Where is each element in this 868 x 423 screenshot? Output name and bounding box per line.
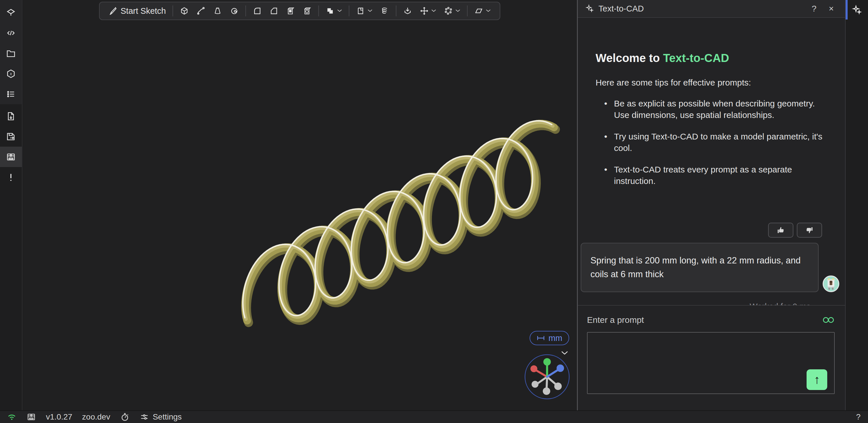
helix-button[interactable] xyxy=(376,3,393,19)
sidebar-item-project-files[interactable] xyxy=(0,43,22,63)
gizmo-neg-y-handle[interactable] xyxy=(543,387,550,395)
thumbs-down-button[interactable] xyxy=(797,223,822,238)
svg-text:x: x xyxy=(10,71,12,76)
right-toolbar-rail xyxy=(846,0,868,411)
plane-button[interactable] xyxy=(352,3,376,19)
text-to-cad-sparkles-icon xyxy=(851,5,862,15)
boolean-icon xyxy=(326,6,335,15)
modeling-viewport[interactable]: Start Sketch xyxy=(22,0,577,411)
gizmo-z-handle[interactable] xyxy=(557,364,564,372)
sidebar-item-text-to-cad[interactable] xyxy=(846,1,868,20)
orientation-gizmo[interactable] xyxy=(524,353,570,400)
sidebar-item-machine[interactable] xyxy=(0,147,22,167)
toolbar-divider xyxy=(349,5,349,17)
left-toolbar-rail: x xyxy=(0,0,22,411)
extrude-button[interactable] xyxy=(176,3,193,19)
boolean-button[interactable] xyxy=(322,3,346,19)
sidebar-item-code[interactable] xyxy=(0,23,22,43)
chevron-down-icon xyxy=(486,8,491,13)
sweep-button[interactable] xyxy=(193,3,209,19)
plane-icon xyxy=(356,6,365,15)
units-button[interactable]: mm xyxy=(530,331,569,345)
loft-icon xyxy=(213,6,222,15)
welcome-heading: Welcome to Text-to-CAD xyxy=(596,52,827,65)
zoo-dev-link[interactable]: zoo.dev xyxy=(82,412,110,422)
units-label: mm xyxy=(549,333,562,343)
wifi-icon xyxy=(7,412,17,422)
folder-icon xyxy=(6,48,16,59)
insert-icon xyxy=(403,6,412,15)
fillet-button[interactable] xyxy=(249,3,266,19)
submit-prompt-button[interactable]: ↑ xyxy=(807,369,827,390)
chamfer-button[interactable] xyxy=(266,3,282,19)
prompt-textarea[interactable] xyxy=(587,332,835,394)
extrude-icon xyxy=(180,6,189,15)
up-arrow-icon: ↑ xyxy=(814,373,820,387)
gizmo-neg-x-handle[interactable] xyxy=(532,381,538,388)
rail-group-top: x xyxy=(0,0,22,104)
revolve-icon xyxy=(229,6,239,15)
save-export-icon xyxy=(6,131,16,142)
prompt-head: Enter a prompt xyxy=(587,313,835,327)
hole-icon xyxy=(303,6,312,15)
sliders-icon xyxy=(140,412,149,422)
avatar-image xyxy=(824,276,838,291)
toolbar-divider xyxy=(173,5,173,17)
revolve-button[interactable] xyxy=(226,3,243,19)
face-button[interactable] xyxy=(470,3,495,19)
gizmo-x-handle[interactable] xyxy=(530,365,537,372)
app-version-link[interactable]: v1.0.27 xyxy=(46,412,72,422)
move-button[interactable] xyxy=(416,3,440,19)
hole-button[interactable] xyxy=(299,3,315,19)
thumbs-up-button[interactable] xyxy=(768,223,794,238)
sidebar-item-export-file[interactable] xyxy=(0,106,22,126)
chevron-down-icon xyxy=(368,8,373,13)
intro-text: Here are some tips for effective prompts… xyxy=(596,78,827,88)
variables-icon: x xyxy=(6,69,16,79)
start-sketch-label: Start Sketch xyxy=(121,6,166,16)
fillet-icon xyxy=(253,6,262,15)
code-icon xyxy=(6,28,16,38)
sidebar-item-variables[interactable]: x xyxy=(0,63,22,84)
sidebar-item-report-problem[interactable] xyxy=(0,167,22,187)
pattern-button[interactable] xyxy=(440,3,464,19)
insert-button[interactable] xyxy=(399,3,416,19)
help-button[interactable]: ? xyxy=(856,412,861,422)
panel-help-button[interactable]: ? xyxy=(808,2,820,15)
panel-close-button[interactable]: × xyxy=(825,2,838,15)
tip-item: Text-to-CAD treats every prompt as a sep… xyxy=(604,164,823,187)
network-status-button[interactable] xyxy=(7,412,17,422)
sparkles-icon xyxy=(585,4,594,13)
start-sketch-button[interactable]: Start Sketch xyxy=(105,3,169,19)
pen-icon xyxy=(108,6,118,15)
shell-button[interactable] xyxy=(282,3,299,19)
list-icon xyxy=(6,89,16,99)
panel-title: Text-to-CAD xyxy=(598,4,803,13)
settings-label: Settings xyxy=(153,412,182,422)
chevron-down-icon xyxy=(432,8,436,13)
modeling-toolbar: Start Sketch xyxy=(99,2,500,20)
move-icon xyxy=(420,6,429,15)
panel-body: Welcome to Text-to-CAD Here are some tip… xyxy=(578,18,845,305)
sidebar-item-sketch-plane[interactable] xyxy=(0,2,22,23)
timer-button[interactable] xyxy=(120,412,130,422)
prompt-section: Enter a prompt ↑ xyxy=(578,305,845,411)
sidebar-item-save-export[interactable] xyxy=(0,126,22,147)
gizmo-neg-z-handle[interactable] xyxy=(554,383,562,390)
face-icon xyxy=(474,6,484,15)
sidebar-item-logs[interactable] xyxy=(0,84,22,104)
infinity-icon[interactable] xyxy=(822,316,835,324)
machine-status-button[interactable] xyxy=(26,412,36,422)
measure-icon xyxy=(536,335,545,341)
sweep-icon xyxy=(196,6,206,15)
gizmo-y-handle[interactable] xyxy=(544,358,551,366)
sketch-plane-icon xyxy=(6,7,16,18)
shell-icon xyxy=(286,6,295,15)
stopwatch-icon xyxy=(120,412,130,422)
panel-header: Text-to-CAD ? × xyxy=(578,0,845,18)
prompt-box: ↑ xyxy=(587,332,835,394)
settings-button[interactable]: Settings xyxy=(140,412,182,422)
toolbar-divider xyxy=(396,5,396,17)
loft-button[interactable] xyxy=(209,3,226,19)
toolbar-divider xyxy=(318,5,319,17)
